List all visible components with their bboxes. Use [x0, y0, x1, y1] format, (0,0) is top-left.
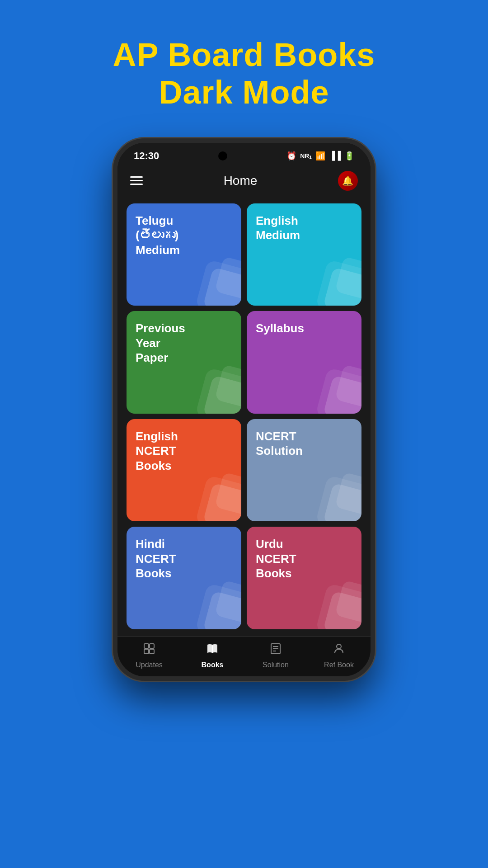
books-label: Books — [202, 661, 224, 669]
grid-item-english[interactable]: EnglishMedium — [247, 203, 361, 306]
solution-icon — [269, 642, 282, 658]
svg-rect-2 — [144, 649, 149, 654]
phone-mockup: 12:30 ⏰ NR₁ 📶 ▐▐ 🔋 Home — [113, 138, 375, 681]
deco2 — [215, 580, 241, 624]
page-title: AP Board Books Dark Mode — [113, 36, 375, 111]
svg-rect-0 — [144, 644, 149, 648]
english-label: EnglishMedium — [256, 213, 300, 243]
eng-ncert-label: EnglishNCERTBooks — [136, 429, 178, 473]
svg-rect-1 — [150, 644, 154, 648]
grid-item-ncert-solution[interactable]: NCERTSolution — [247, 419, 361, 522]
hamburger-line — [130, 176, 143, 178]
menu-button[interactable] — [130, 176, 143, 185]
camera-notch — [218, 151, 227, 160]
hamburger-line — [130, 184, 143, 185]
wifi-icon: 📶 — [315, 151, 325, 161]
telugu-label: Telugu(తెలుగు)Medium — [136, 213, 180, 258]
deco2 — [335, 472, 361, 516]
deco — [323, 483, 361, 521]
books-icon — [206, 642, 219, 658]
hamburger-line — [130, 180, 143, 181]
bottom-navigation: Updates Books — [117, 637, 371, 676]
signal-icon: ▐▐ — [329, 151, 341, 160]
deco — [203, 483, 241, 521]
urdu-ncert-label: UrduNCERTBooks — [256, 537, 296, 581]
grid-item-syllabus[interactable]: Syllabus — [247, 311, 361, 414]
app-bar-title: Home — [224, 174, 258, 188]
nav-item-refbook[interactable]: Ref Book — [307, 642, 371, 669]
syllabus-label: Syllabus — [256, 321, 304, 336]
phone-frame: 12:30 ⏰ NR₁ 📶 ▐▐ 🔋 Home — [113, 138, 375, 681]
nav-item-updates[interactable]: Updates — [117, 642, 181, 669]
app-bar: Home 🔔 — [117, 165, 371, 196]
alarm-icon: ⏰ — [286, 151, 296, 161]
home-grid: Telugu(తెలుగు)Medium EnglishMedium Previ… — [117, 196, 371, 637]
deco — [323, 590, 361, 629]
deco2 — [215, 364, 241, 409]
deco — [203, 267, 241, 306]
deco2 — [335, 256, 361, 301]
updates-label: Updates — [136, 661, 163, 669]
status-time: 12:30 — [134, 150, 159, 162]
status-bar: 12:30 ⏰ NR₁ 📶 ▐▐ 🔋 — [117, 143, 371, 165]
deco2 — [215, 472, 241, 516]
grid-item-previous-year[interactable]: PreviousYearPaper — [127, 311, 241, 414]
svg-point-8 — [337, 644, 341, 649]
updates-icon — [143, 642, 155, 658]
refbook-icon — [333, 642, 345, 658]
grid-item-hindi-ncert[interactable]: HindiNCERTBooks — [127, 527, 241, 629]
grid-item-urdu-ncert[interactable]: UrduNCERTBooks — [247, 527, 361, 629]
grid-item-telugu[interactable]: Telugu(తెలుగు)Medium — [127, 203, 241, 306]
deco — [203, 590, 241, 629]
refbook-label: Ref Book — [324, 661, 354, 669]
solution-label: Solution — [263, 661, 289, 669]
phone-screen: 12:30 ⏰ NR₁ 📶 ▐▐ 🔋 Home — [117, 143, 371, 676]
deco2 — [335, 580, 361, 624]
battery-icon: 🔋 — [344, 151, 354, 161]
status-icons: ⏰ NR₁ 📶 ▐▐ 🔋 — [286, 151, 354, 161]
deco2 — [335, 364, 361, 409]
nav-item-solution[interactable]: Solution — [244, 642, 307, 669]
previous-year-label: PreviousYearPaper — [136, 321, 185, 365]
hindi-ncert-label: HindiNCERTBooks — [136, 537, 176, 581]
network-icon: NR₁ — [300, 152, 312, 160]
notification-button[interactable]: 🔔 — [338, 171, 358, 191]
grid-item-eng-ncert[interactable]: EnglishNCERTBooks — [127, 419, 241, 522]
ncert-solution-label: NCERTSolution — [256, 429, 303, 458]
svg-rect-3 — [150, 649, 154, 654]
bell-icon: 🔔 — [342, 175, 353, 186]
deco — [203, 375, 241, 413]
deco — [323, 375, 361, 413]
deco2 — [215, 256, 241, 301]
nav-item-books[interactable]: Books — [181, 642, 244, 669]
deco — [323, 267, 361, 306]
